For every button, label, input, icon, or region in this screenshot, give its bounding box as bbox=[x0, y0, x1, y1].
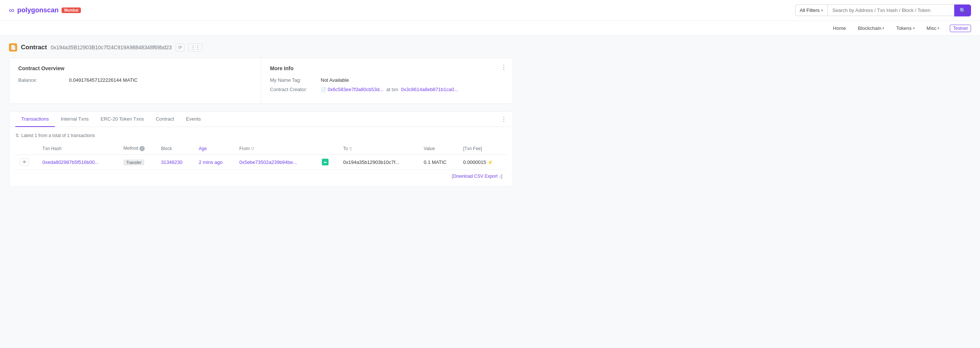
row-age-cell: 2 mins ago bbox=[194, 155, 235, 170]
search-button[interactable]: 🔍 bbox=[954, 5, 971, 16]
name-tag-row: My Name Tag: Not Available bbox=[270, 77, 504, 83]
block-link[interactable]: 31348230 bbox=[161, 160, 183, 165]
copy-icon: ⟳ bbox=[178, 45, 182, 50]
creator-address-link[interactable]: 0x6c583ee7f3a80cb53d... bbox=[328, 87, 384, 92]
row-arrow-cell: ⬅ bbox=[317, 155, 339, 170]
qr-icon: ⋮⋮ bbox=[191, 45, 200, 50]
from-filter-icon[interactable]: ▽ bbox=[251, 146, 254, 151]
copy-button[interactable]: ⟳ bbox=[176, 43, 185, 51]
name-tag-label: My Name Tag: bbox=[270, 77, 315, 83]
tabs-container: Transactions Internal Txns ERC-20 Token … bbox=[9, 111, 513, 187]
nav-item-misc[interactable]: Misc ▾ bbox=[925, 26, 941, 31]
tabs-header: Transactions Internal Txns ERC-20 Token … bbox=[10, 112, 513, 127]
creator-label: Contract Creator: bbox=[270, 87, 315, 92]
name-tag-value: Not Available bbox=[321, 77, 349, 83]
tab-erc20-txns[interactable]: ERC-20 Token Txns bbox=[95, 112, 150, 127]
nav-item-home[interactable]: Home bbox=[832, 26, 848, 31]
tab-events[interactable]: Events bbox=[180, 112, 207, 127]
tab-transactions[interactable]: Transactions bbox=[15, 112, 55, 127]
main-content: 📄 Contract 0x194a35B12903B10c7f24C919A98… bbox=[0, 36, 522, 194]
result-icon: ⇅ bbox=[15, 133, 19, 138]
filter-button[interactable]: All Filters ▾ bbox=[795, 5, 827, 16]
contract-icon-symbol: 📄 bbox=[10, 45, 16, 50]
table-row: 👁 0xeda802987b5f516b00... Transfer 31348… bbox=[15, 155, 507, 170]
col-method: Method i bbox=[119, 143, 157, 155]
tab-content: ⇅ Latest 1 from a total of 1 transaction… bbox=[10, 127, 513, 186]
tab-internal-txns[interactable]: Internal Txns bbox=[55, 112, 95, 127]
tab-menu-icon[interactable]: ⋮ bbox=[501, 116, 507, 123]
contract-overview-title: Contract Overview bbox=[18, 65, 252, 71]
method-badge: Transfer bbox=[123, 160, 145, 165]
contract-icon: 📄 bbox=[9, 43, 17, 51]
row-eye-cell: 👁 bbox=[15, 155, 38, 170]
header: ∞ polygonscan Mumbai All Filters ▾ 🔍 bbox=[0, 0, 980, 21]
creator-at-text: at txn bbox=[387, 87, 398, 92]
misc-chevron-icon: ▾ bbox=[937, 26, 939, 30]
transactions-table: Txn Hash Method i Block Age bbox=[15, 143, 507, 170]
row-method-cell: Transfer bbox=[119, 155, 157, 170]
page-title: Contract bbox=[21, 44, 47, 51]
fee-value: 0.0000015 bbox=[463, 160, 486, 165]
tokens-chevron-icon: ▾ bbox=[913, 26, 915, 30]
info-cards: Contract Overview Balance: 0.04917645712… bbox=[9, 57, 513, 104]
col-value: Value bbox=[419, 143, 459, 155]
logo-area: ∞ polygonscan Mumbai bbox=[9, 6, 81, 14]
row-value-cell: 0.1 MATIC bbox=[419, 155, 459, 170]
balance-label: Balance: bbox=[18, 77, 63, 83]
age-value: 2 mins ago bbox=[199, 160, 223, 165]
transfer-direction-icon: ⬅ bbox=[322, 159, 329, 165]
balance-row: Balance: 0.049176457122226144 MATIC bbox=[18, 77, 252, 83]
col-block: Block bbox=[157, 143, 194, 155]
qr-button[interactable]: ⋮⋮ bbox=[188, 43, 202, 51]
filter-chevron-icon: ▾ bbox=[821, 8, 823, 12]
result-info: ⇅ Latest 1 from a total of 1 transaction… bbox=[15, 133, 507, 138]
more-info-title: More Info bbox=[270, 65, 504, 71]
fee-icon: ⚡ bbox=[487, 160, 493, 165]
row-eye-button[interactable]: 👁 bbox=[20, 158, 29, 166]
more-info-card: ⋮ More Info My Name Tag: Not Available C… bbox=[261, 58, 513, 104]
nav-bar: Home Blockchain ▾ Tokens ▾ Misc ▾ Testne… bbox=[0, 21, 980, 36]
nav-item-testnet[interactable]: Testnet bbox=[950, 25, 971, 32]
contract-overview-card: Contract Overview Balance: 0.04917645712… bbox=[10, 58, 261, 104]
row-from-cell: 0x5ebe73502a239b94be... bbox=[235, 155, 318, 170]
row-to-cell: 0x194a35b12903b10c7f... bbox=[339, 155, 419, 170]
search-icon: 🔍 bbox=[959, 8, 966, 13]
creator-icon: 📄 bbox=[321, 87, 326, 92]
txn-hash-link[interactable]: 0xeda802987b5f516b00... bbox=[43, 160, 99, 165]
col-age: Age bbox=[194, 143, 235, 155]
to-filter-icon[interactable]: ▽ bbox=[349, 146, 352, 151]
tab-contract[interactable]: Contract bbox=[150, 112, 180, 127]
result-text: Latest 1 from a total of 1 transactions bbox=[21, 133, 95, 138]
search-area: All Filters ▾ 🔍 bbox=[795, 5, 971, 16]
table-wrapper: Txn Hash Method i Block Age bbox=[15, 143, 507, 170]
network-badge: Mumbai bbox=[62, 8, 81, 13]
csv-export-link[interactable]: Download CSV Export ↓ bbox=[453, 174, 501, 179]
creator-txn-link[interactable]: 0x3c8614a8eb871b1ca0... bbox=[401, 87, 458, 92]
balance-value: 0.049176457122226144 MATIC bbox=[69, 77, 138, 83]
logo-text: polygonscan bbox=[17, 6, 59, 14]
col-from: From ▽ bbox=[235, 143, 318, 155]
csv-bracket-close: ] bbox=[501, 174, 502, 179]
nav-item-blockchain[interactable]: Blockchain ▾ bbox=[857, 26, 886, 31]
blockchain-chevron-icon: ▾ bbox=[882, 26, 884, 30]
col-arrow bbox=[317, 143, 339, 155]
search-input[interactable] bbox=[827, 5, 954, 16]
method-info-icon[interactable]: i bbox=[140, 146, 145, 151]
creator-row: Contract Creator: 📄 0x6c583ee7f3a80cb53d… bbox=[270, 87, 504, 92]
more-info-menu-icon[interactable]: ⋮ bbox=[501, 64, 507, 71]
value-text: 0.1 MATIC bbox=[424, 160, 446, 165]
from-address-link[interactable]: 0x5ebe73502a239b94be... bbox=[239, 160, 297, 165]
col-to: To ▽ bbox=[339, 143, 419, 155]
row-fee-cell: 0.0000015 ⚡ bbox=[459, 155, 507, 170]
table-header-row: Txn Hash Method i Block Age bbox=[15, 143, 507, 155]
csv-row: [ Download CSV Export ↓ ] bbox=[15, 170, 507, 180]
col-txn-hash: Txn Hash bbox=[38, 143, 119, 155]
col-txn-fee: [Txn Fee] bbox=[459, 143, 507, 155]
to-address-link[interactable]: 0x194a35b12903b10c7f... bbox=[343, 160, 399, 165]
col-eye bbox=[15, 143, 38, 155]
row-block-cell: 31348230 bbox=[157, 155, 194, 170]
logo-icon: ∞ bbox=[9, 6, 14, 14]
page-title-row: 📄 Contract 0x194a35B12903B10c7f24C919A98… bbox=[9, 43, 513, 51]
row-txn-hash-cell: 0xeda802987b5f516b00... bbox=[38, 155, 119, 170]
nav-item-tokens[interactable]: Tokens ▾ bbox=[895, 26, 916, 31]
